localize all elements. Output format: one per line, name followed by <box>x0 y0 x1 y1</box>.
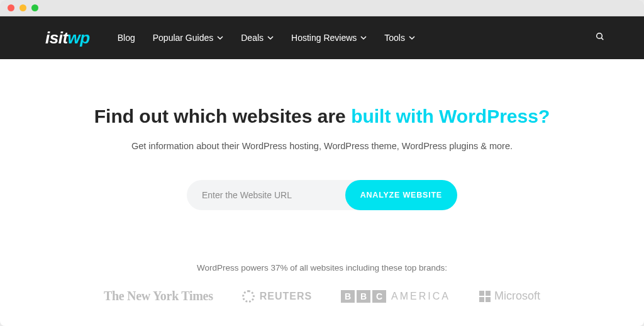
bbc-block-c: C <box>372 290 386 303</box>
nav-item-hosting-reviews[interactable]: Hosting Reviews <box>291 33 367 43</box>
page-subtitle: Get information about their WordPress ho… <box>131 141 513 151</box>
brand-reuters: REUTERS <box>242 290 312 303</box>
search-button[interactable] <box>591 28 609 48</box>
nav-item-deals[interactable]: Deals <box>241 33 274 43</box>
analyze-button[interactable]: ANALYZE WEBSITE <box>345 180 457 210</box>
search-icon <box>595 31 605 44</box>
brand-microsoft: Microsoft <box>479 289 540 303</box>
hero-section: Find out which websites are built with W… <box>0 59 644 326</box>
nav-item-tools[interactable]: Tools <box>384 33 415 43</box>
nav-item-blog[interactable]: Blog <box>118 33 135 43</box>
headline-plain: Find out which websites are <box>94 106 351 126</box>
nav-label: Deals <box>241 33 264 43</box>
nav-label: Blog <box>118 33 135 43</box>
brand-logos-row: The New York Times REUTERS B B C AMERICA… <box>104 289 540 303</box>
site-logo[interactable]: isitwp <box>45 28 90 48</box>
headline-accent: built with WordPress? <box>351 106 550 126</box>
window-close-button[interactable] <box>8 4 14 11</box>
nav-label: Tools <box>384 33 405 43</box>
brand-reuters-label: REUTERS <box>260 291 312 302</box>
bbc-block-b1: B <box>341 290 355 303</box>
svg-line-1 <box>601 38 603 40</box>
window-zoom-button[interactable] <box>31 4 38 11</box>
nav-label: Hosting Reviews <box>291 33 357 43</box>
chevron-down-icon <box>360 35 367 41</box>
window-minimize-button[interactable] <box>19 4 26 11</box>
chevron-down-icon <box>267 35 274 41</box>
bbc-block-b2: B <box>357 290 370 303</box>
bbc-blocks-icon: B B C <box>341 290 386 303</box>
logo-part-wp: wp <box>68 28 90 48</box>
page-headline: Find out which websites are built with W… <box>94 106 550 127</box>
logo-part-isit: isit <box>45 28 68 48</box>
chevron-down-icon <box>409 35 415 41</box>
stats-line: WordPress powers 37% of all websites inc… <box>197 263 447 273</box>
brand-bbc-america: B B C AMERICA <box>341 290 450 303</box>
brand-microsoft-label: Microsoft <box>494 289 540 303</box>
microsoft-grid-icon <box>479 291 491 302</box>
nav-label: Popular Guides <box>153 33 214 43</box>
window-titlebar <box>0 0 644 16</box>
reuters-ring-icon <box>242 290 255 303</box>
nav-item-popular-guides[interactable]: Popular Guides <box>153 33 224 43</box>
url-search-form: ANALYZE WEBSITE <box>187 180 457 210</box>
brand-nyt: The New York Times <box>104 289 213 303</box>
main-nav: isitwp Blog Popular Guides Deals Hosting… <box>0 16 644 59</box>
chevron-down-icon <box>217 35 223 41</box>
nav-menu: Blog Popular Guides Deals Hosting Review… <box>118 33 415 43</box>
svg-point-0 <box>597 33 602 39</box>
browser-window: isitwp Blog Popular Guides Deals Hosting… <box>0 0 644 326</box>
brand-bbc-america-label: AMERICA <box>391 291 450 302</box>
